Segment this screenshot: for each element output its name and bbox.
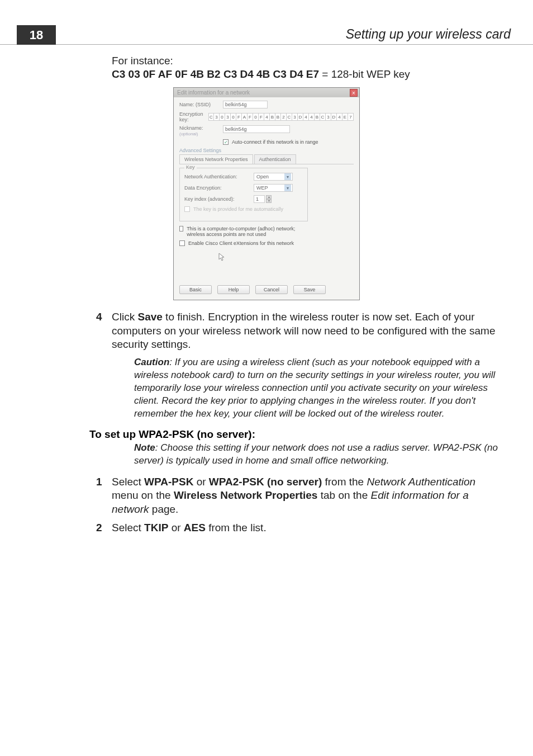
- caution-note: Caution: If you are using a wireless cli…: [134, 356, 503, 420]
- section-title: Setting up your wireless card: [346, 27, 511, 42]
- step-2: 2 Select TKIP or AES from the list.: [112, 521, 503, 535]
- dialog-titlebar: Edit information for a network ×: [174, 88, 359, 97]
- hex-char-cell: D: [331, 113, 337, 121]
- cancel-button[interactable]: Cancel: [255, 285, 288, 294]
- chevron-down-icon: ▾: [284, 185, 291, 191]
- hex-char-cell: 4: [303, 113, 309, 121]
- step-4-number: 4: [96, 310, 102, 324]
- step-1-number: 1: [96, 475, 102, 489]
- hex-char-cell: 4: [309, 113, 315, 121]
- dialog-title-text: Edit information for a network: [177, 89, 250, 96]
- key-index-label: Key index (advanced):: [184, 196, 250, 202]
- hex-char-cell: F: [248, 113, 253, 121]
- auto-connect-label: Auto-connect if this network is in range: [232, 139, 318, 145]
- hex-char-cell: 4: [264, 113, 270, 121]
- hex-char-cell: D: [298, 113, 303, 121]
- key-group: Key Network Authentication: Open▾ Data E…: [179, 168, 308, 221]
- step-4: 4 Click Save to finish. Encryption in th…: [112, 310, 503, 352]
- hex-char-cell: 7: [348, 113, 354, 121]
- auto-key-label: The key is provided for me automatically: [193, 206, 283, 212]
- adhoc-checkbox[interactable]: [179, 226, 183, 231]
- wep-key-example: C3 03 0F AF 0F 4B B2 C3 D4 4B C3 D4 E7 =…: [112, 68, 503, 81]
- hex-char-cell: 3: [326, 113, 331, 121]
- note-block: Note: Choose this setting if your networ…: [134, 442, 503, 467]
- help-button[interactable]: Help: [217, 285, 250, 294]
- name-field[interactable]: belkin54g: [223, 101, 268, 108]
- key-group-title: Key: [184, 164, 197, 170]
- wep-key-rest: = 128-bit WEP key: [319, 68, 410, 80]
- encryption-key-label: Encryption key:: [179, 111, 205, 122]
- step-1: 1 Select WPA-PSK or WPA2-PSK (no server)…: [112, 475, 503, 517]
- step-2-number: 2: [96, 521, 102, 535]
- data-encryption-label: Data Encryption:: [184, 185, 250, 191]
- hex-char-cell: B: [270, 113, 275, 121]
- embedded-dialog-screenshot: Edit information for a network × Name: (…: [173, 87, 503, 300]
- hex-char-cell: 0: [253, 113, 259, 121]
- adhoc-label: This is a computer-to-computer (adhoc) n…: [187, 226, 308, 237]
- cursor-icon: [218, 253, 393, 263]
- wpa2-heading: To set up WPA2-PSK (no server):: [89, 428, 503, 441]
- key-index-stepper[interactable]: 1 ▴▾: [254, 195, 272, 203]
- data-encryption-select[interactable]: WEP▾: [254, 184, 293, 192]
- hex-char-cell: 3: [225, 113, 231, 121]
- tab-wireless-properties[interactable]: Wireless Network Properties: [179, 154, 253, 164]
- intro-text: For instance:: [112, 55, 503, 67]
- hex-char-cell: E: [342, 113, 348, 121]
- hex-char-cell: 3: [292, 113, 298, 121]
- page-number: 18: [17, 25, 56, 45]
- hex-char-cell: 2: [281, 113, 287, 121]
- close-icon[interactable]: ×: [350, 89, 358, 97]
- wep-key-bold: C3 03 0F AF 0F 4B B2 C3 D4 4B C3 D4 E7: [112, 68, 319, 80]
- network-auth-select[interactable]: Open▾: [254, 173, 293, 181]
- cisco-label: Enable Cisco Client eXtensions for this …: [188, 240, 294, 246]
- save-button[interactable]: Save: [293, 285, 326, 294]
- hex-char-cell: 4: [337, 113, 342, 121]
- name-label: Name: (SSID): [179, 102, 220, 107]
- hex-char-cell: 3: [214, 113, 220, 121]
- tab-authentication[interactable]: Authentication: [254, 154, 296, 164]
- hex-char-cell: 0: [220, 113, 225, 121]
- hex-char-cell: B: [315, 113, 320, 121]
- advanced-settings-label: Advanced Settings: [179, 148, 354, 153]
- basic-button[interactable]: Basic: [179, 285, 212, 294]
- step-down-icon[interactable]: ▾: [266, 199, 272, 203]
- hex-char-cell: C: [320, 113, 326, 121]
- hex-char-cell: F: [236, 113, 242, 121]
- hex-char-cell: C: [287, 113, 292, 121]
- chevron-down-icon: ▾: [284, 173, 291, 180]
- auto-key-checkbox: [184, 206, 190, 212]
- nickname-field[interactable]: belkin54g: [223, 125, 290, 133]
- auto-connect-checkbox[interactable]: ✓: [223, 139, 229, 145]
- hex-char-cell: A: [242, 113, 248, 121]
- hex-char-cell: C: [208, 113, 214, 121]
- network-auth-label: Network Authentication:: [184, 174, 250, 179]
- step-up-icon[interactable]: ▴: [266, 195, 272, 199]
- hex-char-cell: 0: [231, 113, 236, 121]
- edit-network-dialog: Edit information for a network × Name: (…: [173, 87, 360, 300]
- nickname-label: Nickname: (optional): [179, 125, 220, 136]
- hex-char-cell: F: [259, 113, 264, 121]
- hex-char-cell: B: [275, 113, 281, 121]
- cisco-checkbox[interactable]: [179, 240, 185, 246]
- encryption-key-field[interactable]: C3030FAF0F4BB2C3D44BC3D4E7: [208, 113, 354, 121]
